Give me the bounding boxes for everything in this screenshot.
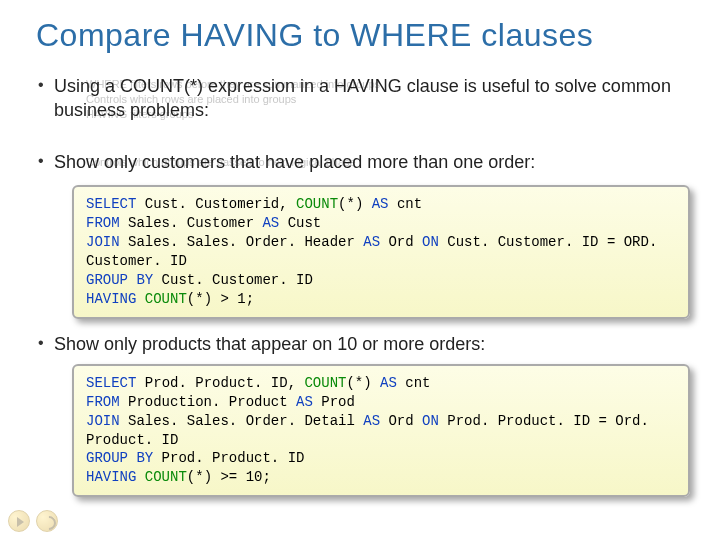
bullet-1-text: Using a COUNT(*) expression in a HAVING … [54, 75, 684, 122]
code1-line5: HAVING COUNT(*) > 1; [86, 290, 676, 309]
code1-line1: SELECT Cust. Customerid, COUNT(*) AS cnt [86, 195, 676, 214]
code2-line1: SELECT Prod. Product. ID, COUNT(*) AS cn… [86, 374, 676, 393]
bullet-1: WHERE filters rows before they are summa… [36, 75, 684, 145]
code2-line4: GROUP BY Prod. Product. ID [86, 449, 676, 468]
code2-line2: FROM Production. Product AS Prod [86, 393, 676, 412]
sql-example-1: SELECT Cust. Customerid, COUNT(*) AS cnt… [72, 185, 690, 318]
corner-controls [8, 510, 58, 532]
code2-line5: HAVING COUNT(*) >= 10; [86, 468, 676, 487]
code1-line3: JOIN Sales. Sales. Order. Header AS Ord … [86, 233, 676, 271]
bullet-2: Controls which groups are passed to next… [36, 151, 684, 318]
code2-line3: JOIN Sales. Sales. Order. Detail AS Ord … [86, 412, 676, 450]
bullet-list: WHERE filters rows before they are summa… [36, 75, 684, 497]
bullet-3: Show only products that appear on 10 or … [36, 333, 684, 498]
sound-icon[interactable] [36, 510, 58, 532]
bullet-2-overlap: Controls which groups are passed to next… [54, 151, 684, 177]
sql-example-2: SELECT Prod. Product. ID, COUNT(*) AS cn… [72, 364, 690, 497]
bullet-1-overlap: WHERE filters rows before they are summa… [54, 75, 684, 145]
slide-title: Compare HAVING to WHERE clauses [36, 18, 684, 53]
bullet-2-text: Show only customers that have placed mor… [54, 151, 535, 174]
code1-line2: FROM Sales. Customer AS Cust [86, 214, 676, 233]
bullet-3-text: Show only products that appear on 10 or … [54, 334, 485, 354]
play-icon[interactable] [8, 510, 30, 532]
code1-line4: GROUP BY Cust. Customer. ID [86, 271, 676, 290]
slide: Compare HAVING to WHERE clauses WHERE fi… [0, 0, 720, 540]
